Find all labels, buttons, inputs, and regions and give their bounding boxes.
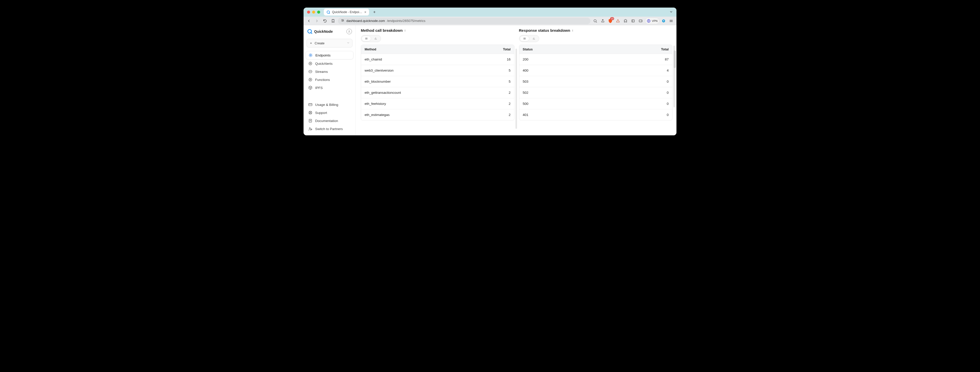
svg-rect-16 (309, 104, 312, 106)
new-tab-button[interactable]: + (372, 9, 377, 15)
url-path: /endpoints/265075/metrics (387, 19, 425, 23)
svg-point-12 (310, 55, 311, 56)
app-menu-button[interactable] (668, 17, 675, 24)
table-row[interactable]: 5020 (519, 87, 673, 98)
cell-name: eth_gettransactioncount (364, 91, 490, 95)
cell-total: 4 (649, 68, 669, 72)
vpn-button[interactable]: VPN (645, 17, 659, 24)
profile-icon[interactable] (660, 17, 667, 24)
sidebar-item-documentation[interactable]: Documentation (305, 117, 353, 125)
table-row[interactable]: 5030 (519, 76, 673, 87)
svg-point-7 (641, 21, 642, 21)
sidebar-item-label: Documentation (315, 119, 338, 123)
cell-total: 2 (490, 102, 511, 106)
cell-total: 2 (490, 91, 511, 95)
extensions-icon[interactable] (622, 17, 629, 24)
vpn-label: VPN (652, 19, 657, 22)
method-table: Method Total eth_chainid16web3_clientver… (361, 44, 514, 120)
table-row[interactable]: 4010 (519, 109, 673, 120)
close-tab-button[interactable]: × (364, 10, 366, 14)
app-sidebar: QuickNode ＋ Create Endpoints (304, 25, 356, 135)
page-scrollbar[interactable] (674, 51, 676, 68)
minimize-window-button[interactable] (312, 11, 315, 14)
table-row[interactable]: 4004 (519, 65, 673, 76)
partners-icon (308, 127, 313, 131)
browser-tab[interactable]: QuickNode - Endpoint - Metri… × (324, 9, 369, 16)
back-button[interactable] (305, 17, 312, 24)
chart-view-toggle[interactable] (529, 36, 538, 41)
brand-logo[interactable]: QuickNode (307, 29, 333, 34)
tabs-overflow-button[interactable] (670, 10, 674, 14)
cell-name: 200 (523, 57, 649, 61)
pane-title: Method call breakdown (361, 28, 403, 33)
svg-rect-5 (632, 20, 635, 22)
sidebar-item-usage-billing[interactable]: Usage & Billing (305, 101, 353, 109)
sidebar-item-functions[interactable]: Functions (305, 76, 353, 84)
cell-total: 0 (649, 102, 669, 106)
sidebar-item-support[interactable]: Support (305, 109, 353, 117)
bookmark-button[interactable] (330, 17, 336, 24)
ipfs-icon (308, 85, 313, 90)
cell-name: 400 (523, 68, 649, 72)
table-row[interactable]: eth_estimategas2 (361, 109, 514, 120)
column-total: Total (490, 47, 511, 51)
share-icon[interactable] (600, 17, 606, 24)
info-icon[interactable]: i (572, 29, 573, 32)
info-icon[interactable]: i (405, 29, 406, 32)
svg-point-4 (594, 19, 596, 22)
wallet-icon[interactable] (637, 17, 644, 24)
sidebar-item-quickalerts[interactable]: QuickAlerts (305, 60, 353, 68)
maximize-window-button[interactable] (317, 11, 320, 14)
sidebar-item-label: Support (315, 111, 327, 115)
cell-name: 500 (523, 102, 649, 106)
cell-total: 5 (490, 68, 511, 72)
brave-rewards-icon[interactable] (615, 17, 621, 24)
table-row[interactable]: eth_blocknumber5 (361, 76, 514, 87)
page-content: QuickNode ＋ Create Endpoints (304, 25, 676, 135)
cell-total: 0 (649, 113, 669, 117)
browser-window: QuickNode - Endpoint - Metri… × + dashbo… (304, 8, 676, 135)
address-bar[interactable]: dashboard.quicknode.com/endpoints/265075… (338, 17, 590, 24)
sidebar-item-streams[interactable]: Streams (305, 68, 353, 76)
view-toggle (519, 35, 539, 42)
plus-icon: ＋ (309, 41, 313, 45)
sidebar-item-ipfs[interactable]: IPFS (305, 84, 353, 92)
method-call-breakdown-pane: Method call breakdown i Method Total (361, 28, 514, 133)
response-status-breakdown-pane: Response status breakdown i Status Total (519, 28, 673, 133)
account-avatar-button[interactable] (347, 29, 352, 34)
create-button[interactable]: ＋ Create (307, 39, 353, 47)
table-scrollbar[interactable] (515, 49, 517, 129)
site-settings-icon[interactable] (341, 19, 344, 23)
window-controls (307, 11, 320, 14)
zoom-icon[interactable] (592, 17, 598, 24)
table-row[interactable]: 5000 (519, 98, 673, 109)
view-toggle (361, 35, 381, 42)
table-header: Method Total (361, 45, 514, 54)
cell-total: 16 (490, 57, 511, 61)
sidebar-item-label: IPFS (315, 86, 323, 90)
docs-icon (308, 119, 313, 123)
main-area: Method call breakdown i Method Total (356, 25, 676, 135)
brave-shields-button[interactable]: 10 (607, 17, 614, 24)
close-window-button[interactable] (307, 11, 310, 14)
cell-name: 503 (523, 80, 649, 84)
reload-button[interactable] (322, 17, 328, 24)
cell-name: eth_feehistory (364, 102, 490, 106)
chart-view-toggle[interactable] (371, 36, 380, 41)
table-row[interactable]: eth_feehistory2 (361, 98, 514, 109)
svg-point-2 (343, 20, 344, 21)
sidebar-item-endpoints[interactable]: Endpoints (305, 51, 353, 60)
cell-total: 0 (649, 80, 669, 84)
sidebar-toggle-icon[interactable] (630, 17, 636, 24)
table-row[interactable]: eth_gettransactioncount2 (361, 87, 514, 98)
table-row[interactable]: eth_chainid16 (361, 54, 514, 65)
table-row[interactable]: web3_clientversion5 (361, 65, 514, 76)
tab-strip: QuickNode - Endpoint - Metri… × + (304, 8, 676, 17)
forward-button[interactable] (313, 17, 320, 24)
cell-name: eth_estimategas (364, 113, 490, 117)
list-view-toggle[interactable] (520, 36, 529, 41)
table-header: Status Total (519, 45, 673, 54)
list-view-toggle[interactable] (361, 36, 371, 41)
table-row[interactable]: 20087 (519, 54, 673, 65)
sidebar-item-switch-partners[interactable]: Switch to Partners (305, 125, 353, 133)
